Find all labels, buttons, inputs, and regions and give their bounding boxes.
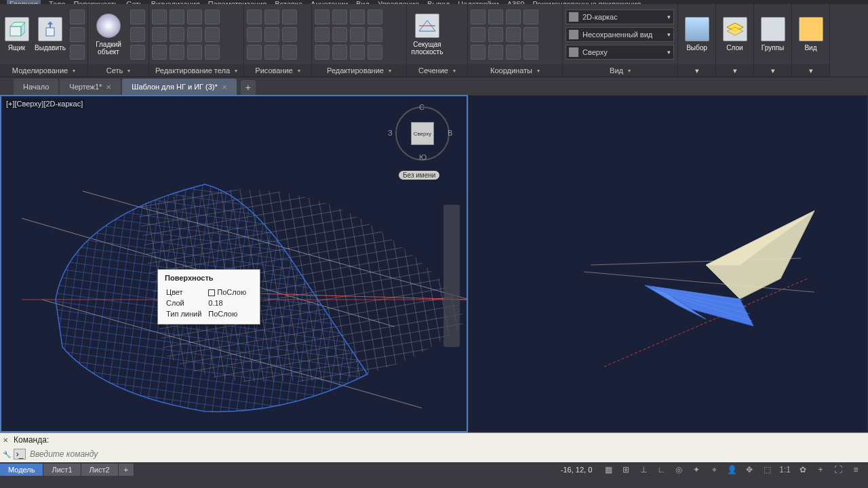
status-toggle[interactable]: ⊥	[635, 463, 652, 476]
tool-button[interactable]	[332, 45, 347, 60]
wrench-icon[interactable]: 🔧	[3, 451, 11, 458]
tool-button[interactable]	[471, 45, 486, 60]
tool-button[interactable]	[247, 27, 262, 42]
tool-button[interactable]	[282, 9, 297, 24]
add-layout-button[interactable]: +	[119, 464, 134, 476]
tool-button[interactable]	[350, 9, 365, 24]
panel-title-modeling[interactable]: Моделирование	[0, 64, 87, 77]
tool-button[interactable]	[247, 45, 262, 60]
panel-title-modify[interactable]: Редактирование	[312, 64, 406, 77]
status-toggle[interactable]: ◎	[671, 463, 687, 476]
extrude-button[interactable]: Выдавить	[35, 8, 66, 61]
panel-title-layers[interactable]: ▾	[716, 64, 753, 77]
tool-button[interactable]	[70, 27, 85, 42]
tool-button[interactable]	[332, 27, 347, 42]
select-button[interactable]: Выбор	[681, 8, 713, 61]
tool-button[interactable]	[368, 27, 382, 42]
view-top-dropdown[interactable]: Сверху▾	[566, 45, 674, 60]
tool-button[interactable]	[205, 45, 220, 60]
tool-button[interactable]	[130, 27, 145, 42]
status-toggle[interactable]: ⬚	[759, 463, 775, 476]
viewcube-n[interactable]: С	[419, 103, 425, 111]
status-toggle[interactable]: ⌖	[706, 463, 722, 476]
tool-button[interactable]	[170, 9, 184, 24]
panel-title-mesh[interactable]: Сеть	[88, 64, 149, 77]
tool-button[interactable]	[524, 45, 538, 60]
viewcube-e[interactable]: В	[448, 129, 452, 137]
viewport-left[interactable]: [+][Сверху][2D-каркас] По	[0, 95, 468, 432]
tool-button[interactable]	[130, 9, 145, 24]
tool-button[interactable]	[315, 27, 330, 42]
status-toggle[interactable]: ✥	[741, 463, 757, 476]
viewcube-s[interactable]: Ю	[419, 153, 427, 161]
status-menu[interactable]: ≡	[848, 463, 864, 476]
panel-title-solidedit[interactable]: Редактирование тела	[149, 64, 243, 77]
tab-layout1[interactable]: Лист1	[43, 464, 81, 476]
status-toggle[interactable]: +	[812, 463, 829, 476]
tool-button[interactable]	[368, 9, 382, 24]
view-cube[interactable]: Сверху С Ю З В Без имени	[392, 103, 453, 164]
tool-button[interactable]	[187, 9, 202, 24]
tab-drawing1[interactable]: Чертеж1*✕	[60, 79, 121, 95]
tool-button[interactable]	[315, 9, 330, 24]
tab-template[interactable]: Шаблон для НГ и ИГ (3)*✕	[122, 79, 236, 95]
status-toggle[interactable]: ✿	[795, 463, 811, 476]
tool-button[interactable]	[315, 45, 330, 60]
tool-button[interactable]	[488, 45, 503, 60]
viewpanel-button[interactable]: Вид	[795, 8, 827, 61]
saved-view-dropdown[interactable]: Несохраненный вид▾	[566, 27, 674, 42]
panel-title-coords[interactable]: Координаты	[468, 64, 562, 77]
panel-title-draw[interactable]: Рисование	[244, 64, 311, 77]
tool-button[interactable]	[506, 9, 521, 24]
tool-button[interactable]	[264, 27, 279, 42]
tool-button[interactable]	[152, 27, 167, 42]
tool-button[interactable]	[170, 27, 184, 42]
tool-button[interactable]	[152, 9, 167, 24]
tool-button[interactable]	[488, 27, 503, 42]
tool-button[interactable]	[350, 27, 365, 42]
close-icon[interactable]: ✕	[106, 83, 111, 91]
status-toggle[interactable]: 👤	[724, 463, 740, 476]
tool-button[interactable]	[282, 45, 297, 60]
command-input[interactable]	[30, 449, 864, 459]
tab-model[interactable]: Модель	[0, 464, 43, 476]
tool-button[interactable]	[187, 45, 202, 60]
tool-button[interactable]	[187, 27, 202, 42]
tool-button[interactable]	[524, 9, 538, 24]
tab-layout2[interactable]: Лист2	[81, 464, 119, 476]
visual-style-dropdown[interactable]: 2D-каркас▾	[566, 9, 674, 24]
layers-button[interactable]: Слои	[719, 8, 751, 61]
panel-title-viewpanel[interactable]: ▾	[792, 64, 829, 77]
tool-button[interactable]	[524, 27, 538, 42]
tool-button[interactable]	[350, 45, 365, 60]
tool-button[interactable]	[130, 45, 145, 60]
tool-button[interactable]	[205, 9, 220, 24]
tool-button[interactable]	[471, 9, 486, 24]
status-toggle[interactable]: ⛶	[830, 463, 846, 476]
tool-button[interactable]	[488, 9, 503, 24]
tool-button[interactable]	[332, 9, 347, 24]
section-plane-button[interactable]: Секущая плоскость	[410, 8, 445, 61]
status-toggle[interactable]: ✦	[688, 463, 705, 476]
tool-button[interactable]	[70, 45, 85, 60]
command-prompt-icon[interactable]: ›_	[14, 449, 26, 460]
tool-button[interactable]	[247, 9, 262, 24]
tool-button[interactable]	[264, 45, 279, 60]
tool-button[interactable]	[264, 9, 279, 24]
tool-button[interactable]	[368, 45, 382, 60]
panel-title-select[interactable]: ▾	[678, 64, 715, 77]
navigation-bar[interactable]	[443, 205, 460, 347]
status-toggle[interactable]: ⊞	[618, 463, 634, 476]
scale-readout[interactable]: 1:1	[776, 463, 793, 476]
panel-title-section[interactable]: Сечение	[407, 64, 467, 77]
viewport-right[interactable]	[468, 95, 868, 432]
tool-button[interactable]	[282, 27, 297, 42]
viewcube-named[interactable]: Без имени	[399, 171, 439, 180]
tool-button[interactable]	[70, 9, 85, 24]
tool-button[interactable]	[152, 45, 167, 60]
tool-button[interactable]	[506, 27, 521, 42]
close-icon[interactable]: ✕	[222, 83, 227, 91]
viewcube-face[interactable]: Сверху	[411, 122, 434, 145]
box-button[interactable]: Ящик	[3, 8, 31, 61]
viewcube-w[interactable]: З	[388, 129, 393, 137]
